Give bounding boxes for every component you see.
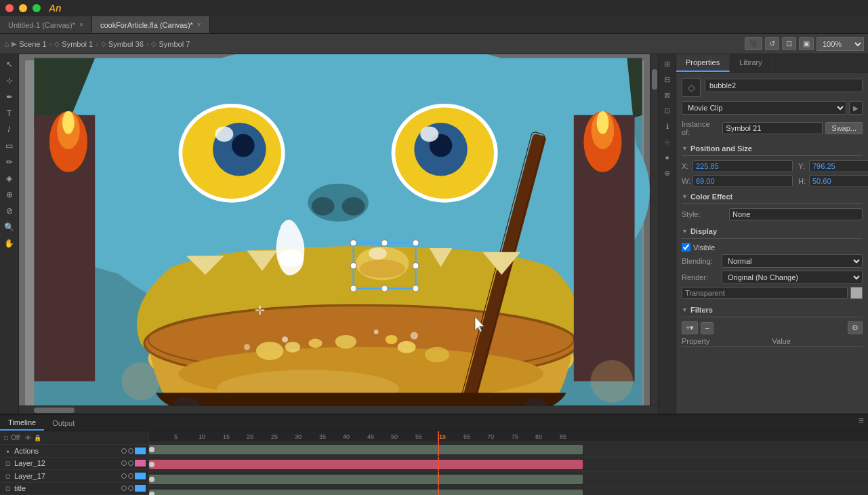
svg-point-51 bbox=[381, 285, 388, 292]
h-input[interactable] bbox=[809, 175, 868, 187]
maximize-button[interactable] bbox=[33, 4, 41, 12]
timeline-frames[interactable]: 5 10 15 20 25 30 35 40 45 50 55 1s 65 70… bbox=[149, 431, 868, 495]
visible-checkbox[interactable] bbox=[682, 243, 690, 252]
canvas-vertical-scrollbar[interactable] bbox=[650, 54, 658, 405]
swap-button[interactable]: Swap... bbox=[825, 122, 863, 134]
color-swatch[interactable] bbox=[850, 287, 863, 299]
layer17-keyframe-0[interactable] bbox=[149, 477, 154, 482]
tab-cookforarticle-close[interactable]: × bbox=[197, 21, 201, 28]
layer-actions[interactable]: ⬥ Actions bbox=[0, 445, 148, 457]
right-icon-tools[interactable]: ⊞ bbox=[661, 57, 674, 71]
w-label: W: bbox=[682, 177, 690, 185]
right-icon-snap[interactable]: ⊠ bbox=[661, 88, 674, 102]
close-button[interactable] bbox=[5, 4, 14, 12]
zoom-select[interactable]: 100% bbox=[817, 37, 864, 51]
title-lock-dot[interactable] bbox=[128, 486, 133, 491]
zoom-tool[interactable]: 🔍 bbox=[2, 220, 17, 235]
tab-library[interactable]: Library bbox=[730, 54, 772, 72]
actions-lock-dot[interactable] bbox=[128, 448, 133, 454]
fill-tool[interactable]: ◈ bbox=[2, 171, 17, 186]
blending-dropdown[interactable]: Normal bbox=[722, 254, 863, 268]
canvas-horizontal-scrollbar[interactable] bbox=[19, 405, 658, 414]
title-vis-dot[interactable] bbox=[121, 486, 127, 491]
filters-section[interactable]: ▼ Filters bbox=[682, 303, 863, 317]
w-input[interactable] bbox=[693, 175, 793, 187]
home-icon[interactable]: ⌂ bbox=[4, 39, 9, 49]
symbol1-icon: ◇ bbox=[54, 40, 60, 47]
tab-cookforarticle[interactable]: cookForArticle.fla (Canvas)* × bbox=[92, 16, 210, 33]
breadcrumb-scene1[interactable]: ▶ Scene 1 bbox=[12, 40, 46, 48]
filter-gear-button[interactable]: ⚙ bbox=[848, 321, 863, 334]
layer12-playhead bbox=[438, 457, 439, 471]
transform-tool[interactable]: ⊹ bbox=[2, 73, 17, 88]
filter-add-button[interactable]: +▾ bbox=[682, 321, 698, 334]
line-tool[interactable]: / bbox=[2, 122, 17, 137]
layer17-vis-dot[interactable] bbox=[121, 473, 127, 479]
svg-point-66 bbox=[121, 362, 159, 400]
x-label: X: bbox=[682, 162, 690, 170]
right-icon-swatches[interactable]: ⊕ bbox=[661, 166, 674, 180]
breadcrumb-symbol1[interactable]: ◇ Symbol 1 bbox=[54, 40, 93, 48]
rect-tool[interactable]: ▭ bbox=[2, 138, 17, 153]
panel-body: ◇ Movie Clip ▶ Instance of: Swap... bbox=[676, 73, 868, 414]
layer-17[interactable]: ◻ Layer_17 bbox=[0, 470, 148, 482]
clip-btn[interactable]: ▣ bbox=[799, 37, 814, 50]
filter-remove-button[interactable]: − bbox=[701, 322, 713, 334]
tab-timeline[interactable]: Timeline bbox=[0, 415, 44, 431]
fit-btn[interactable]: ⊡ bbox=[782, 37, 796, 50]
right-icon-align[interactable]: ⊡ bbox=[661, 104, 674, 117]
render-dropdown[interactable]: Original (No Change) bbox=[722, 271, 863, 284]
breadcrumb-symbol36[interactable]: ◇ Symbol 36 bbox=[101, 40, 144, 48]
style-dropdown[interactable]: None bbox=[729, 208, 863, 220]
breadcrumb-symbol7[interactable]: ◇ Symbol 7 bbox=[151, 40, 190, 48]
eyedropper-tool[interactable]: ⊕ bbox=[2, 187, 17, 202]
tab-properties[interactable]: Properties bbox=[676, 54, 730, 72]
actions-vis-dot[interactable] bbox=[121, 448, 127, 454]
pencil-tool[interactable]: ✏ bbox=[2, 155, 17, 170]
y-input[interactable] bbox=[809, 160, 868, 172]
hand-tool[interactable]: ✋ bbox=[2, 236, 17, 251]
right-icon-grid[interactable]: ⊟ bbox=[661, 73, 674, 86]
tab-output[interactable]: Output bbox=[44, 415, 83, 431]
svg-point-45 bbox=[413, 240, 419, 246]
transparent-input[interactable] bbox=[682, 287, 848, 299]
right-icon-transform[interactable]: ⊹ bbox=[661, 135, 674, 148]
layer12-keyframe-0[interactable] bbox=[149, 462, 154, 467]
layer17-lock-dot[interactable] bbox=[128, 473, 133, 479]
canvas-area[interactable]: ✛ bbox=[19, 54, 650, 405]
tab-untitled-close[interactable]: × bbox=[79, 21, 83, 28]
instance-name-input[interactable] bbox=[705, 79, 863, 92]
layer12-lock-dot[interactable] bbox=[128, 460, 133, 466]
transparent-row bbox=[682, 287, 863, 299]
ruler-mark-15: 15 bbox=[222, 431, 230, 441]
h-coord-group: H: bbox=[798, 175, 868, 187]
display-section[interactable]: ▼ Display bbox=[682, 224, 863, 239]
text-tool[interactable]: T bbox=[2, 106, 17, 121]
color-effect-section[interactable]: ▼ Color Effect bbox=[682, 190, 863, 204]
instance-of-input[interactable] bbox=[722, 122, 823, 134]
right-icon-info[interactable]: ℹ bbox=[661, 119, 674, 133]
tab-untitled[interactable]: Untitled-1 (Canvas)* × bbox=[0, 16, 92, 33]
position-size-section[interactable]: ▼ Position and Size bbox=[682, 142, 863, 156]
minimize-button[interactable] bbox=[19, 4, 27, 12]
pen-tool[interactable]: ✒ bbox=[2, 90, 17, 104]
scrollbar-thumb-v[interactable] bbox=[652, 69, 657, 90]
cam-btn[interactable]: 🎥 bbox=[745, 37, 762, 50]
layer-12[interactable]: ◻ Layer_12 bbox=[0, 458, 148, 470]
playhead[interactable] bbox=[438, 431, 439, 441]
x-input[interactable] bbox=[693, 160, 793, 172]
rotate-btn[interactable]: ↺ bbox=[765, 37, 779, 50]
eraser-tool[interactable]: ⊘ bbox=[2, 203, 17, 218]
timeline-menu-btn[interactable]: ≡ bbox=[854, 415, 868, 431]
layer-title[interactable]: ◻ title bbox=[0, 483, 148, 495]
right-icon-color[interactable]: ● bbox=[661, 151, 674, 164]
scrollbar-thumb-h[interactable] bbox=[34, 408, 75, 413]
select-tool[interactable]: ↖ bbox=[2, 57, 17, 72]
title-keyframe-0[interactable] bbox=[149, 492, 154, 495]
clip-type-dropdown[interactable]: Movie Clip bbox=[682, 101, 846, 115]
layer-actions-controls bbox=[121, 448, 146, 454]
svg-point-25 bbox=[398, 341, 416, 353]
actions-keyframe-0[interactable] bbox=[149, 447, 154, 452]
ruler-mark-0 bbox=[149, 431, 150, 441]
layer12-vis-dot[interactable] bbox=[121, 460, 127, 466]
